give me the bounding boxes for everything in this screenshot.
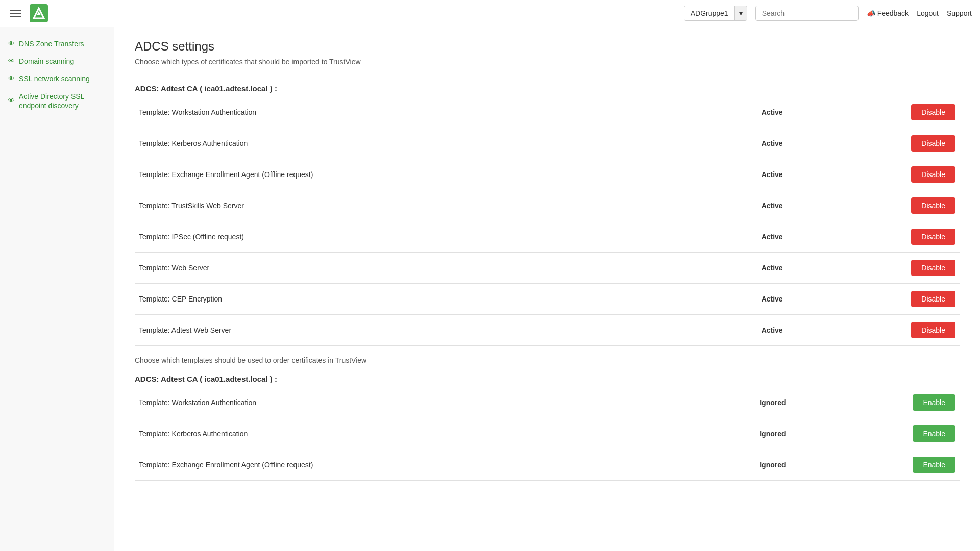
template-action-cell: Disable xyxy=(787,159,960,190)
feedback-label: Feedback xyxy=(877,9,909,17)
eye-icon: 👁 xyxy=(8,40,15,48)
disable-button[interactable]: Disable xyxy=(911,104,955,120)
org-dropdown-arrow[interactable]: ▾ xyxy=(734,6,747,20)
table-row: Template: CEP Encryption Active Disable xyxy=(135,284,960,315)
table-row: Template: TrustSkills Web Server Active … xyxy=(135,190,960,221)
page-subtitle: Choose which types of certificates that … xyxy=(135,58,960,66)
sidebar: 👁 DNS Zone Transfers 👁 Domain scanning 👁… xyxy=(0,27,114,551)
table-row: Template: Kerberos Authentication Ignore… xyxy=(135,418,960,449)
table-row: Template: Workstation Authentication Act… xyxy=(135,97,960,128)
template-name: Template: Kerberos Authentication xyxy=(135,418,686,449)
layout: 👁 DNS Zone Transfers 👁 Domain scanning 👁… xyxy=(0,27,980,551)
template-status: Active xyxy=(696,253,787,284)
disable-button[interactable]: Disable xyxy=(911,197,955,214)
template-action-cell: Enable xyxy=(790,418,960,449)
template-status: Active xyxy=(696,159,787,190)
template-action-cell: Enable xyxy=(790,387,960,418)
sidebar-item-label: SSL network scanning xyxy=(19,74,90,83)
template-action-cell: Disable xyxy=(787,221,960,253)
template-action-cell: Disable xyxy=(787,128,960,159)
eye-icon: 👁 xyxy=(8,96,15,105)
template-name: Template: Workstation Authentication xyxy=(135,387,686,418)
template-status: Active xyxy=(696,128,787,159)
template-name: Template: Kerberos Authentication xyxy=(135,128,696,159)
template-status: Ignored xyxy=(686,418,790,449)
megaphone-icon: 📣 xyxy=(867,9,875,17)
disable-button[interactable]: Disable xyxy=(911,260,955,276)
eye-icon: 👁 xyxy=(8,74,15,83)
template-name: Template: Adtest Web Server xyxy=(135,315,696,346)
logout-button[interactable]: Logout xyxy=(917,9,939,17)
sidebar-item-dns-zone-transfers[interactable]: 👁 DNS Zone Transfers xyxy=(0,35,114,53)
logo xyxy=(30,4,48,22)
template-status: Active xyxy=(696,190,787,221)
template-name: Template: IPSec (Offline request) xyxy=(135,221,696,253)
template-name: Template: TrustSkills Web Server xyxy=(135,190,696,221)
support-button[interactable]: Support xyxy=(947,9,972,17)
template-name: Template: Exchange Enrollment Agent (Off… xyxy=(135,159,696,190)
table-row: Template: Kerberos Authentication Active… xyxy=(135,128,960,159)
template-name: Template: CEP Encryption xyxy=(135,284,696,315)
section2-description: Choose which templates should be used to… xyxy=(135,356,960,364)
search-input[interactable] xyxy=(756,6,858,20)
template-action-cell: Disable xyxy=(787,97,960,128)
table-row: Template: IPSec (Offline request) Active… xyxy=(135,221,960,253)
template-status: Ignored xyxy=(686,449,790,481)
search-box xyxy=(755,6,859,21)
enable-button[interactable]: Enable xyxy=(913,457,955,473)
template-action-cell: Disable xyxy=(787,315,960,346)
table-row: Template: Exchange Enrollment Agent (Off… xyxy=(135,159,960,190)
template-action-cell: Enable xyxy=(790,449,960,481)
active-templates-table: Template: Workstation Authentication Act… xyxy=(135,97,960,346)
hamburger-button[interactable] xyxy=(8,8,23,19)
main-content: ADCS settings Choose which types of cert… xyxy=(114,27,980,551)
template-status: Active xyxy=(696,284,787,315)
org-name: ADGruppe1 xyxy=(684,6,734,20)
disable-button[interactable]: Disable xyxy=(911,166,955,183)
org-selector[interactable]: ADGruppe1 ▾ xyxy=(684,6,747,21)
table-row: Template: Exchange Enrollment Agent (Off… xyxy=(135,449,960,481)
section2-header: ADCS: Adtest CA ( ica01.adtest.local ) : xyxy=(135,368,960,387)
template-status: Active xyxy=(696,315,787,346)
table-row: Template: Adtest Web Server Active Disab… xyxy=(135,315,960,346)
header: ADGruppe1 ▾ 📣 Feedback Logout Support xyxy=(0,0,980,27)
template-name: Template: Exchange Enrollment Agent (Off… xyxy=(135,449,686,481)
template-name: Template: Workstation Authentication xyxy=(135,97,696,128)
ignored-templates-table: Template: Workstation Authentication Ign… xyxy=(135,387,960,481)
section1-header: ADCS: Adtest CA ( ica01.adtest.local ) : xyxy=(135,78,960,97)
disable-button[interactable]: Disable xyxy=(911,322,955,338)
disable-button[interactable]: Disable xyxy=(911,135,955,152)
header-left xyxy=(8,4,48,22)
page-title: ADCS settings xyxy=(135,39,960,54)
template-action-cell: Disable xyxy=(787,190,960,221)
sidebar-item-label: Active Directory SSL endpoint discovery xyxy=(19,92,106,110)
sidebar-item-label: Domain scanning xyxy=(19,57,74,66)
table-row: Template: Web Server Active Disable xyxy=(135,253,960,284)
template-name: Template: Web Server xyxy=(135,253,696,284)
template-status: Ignored xyxy=(686,387,790,418)
header-right: ADGruppe1 ▾ 📣 Feedback Logout Support xyxy=(684,6,972,21)
enable-button[interactable]: Enable xyxy=(913,425,955,442)
enable-button[interactable]: Enable xyxy=(913,394,955,411)
sidebar-item-domain-scanning[interactable]: 👁 Domain scanning xyxy=(0,53,114,70)
template-action-cell: Disable xyxy=(787,284,960,315)
disable-button[interactable]: Disable xyxy=(911,229,955,245)
template-status: Active xyxy=(696,221,787,253)
template-status: Active xyxy=(696,97,787,128)
sidebar-item-active-directory-ssl[interactable]: 👁 Active Directory SSL endpoint discover… xyxy=(0,88,114,114)
feedback-button[interactable]: 📣 Feedback xyxy=(867,9,909,17)
eye-icon: 👁 xyxy=(8,57,15,66)
sidebar-item-label: DNS Zone Transfers xyxy=(19,39,84,48)
table-row: Template: Workstation Authentication Ign… xyxy=(135,387,960,418)
sidebar-item-ssl-network-scanning[interactable]: 👁 SSL network scanning xyxy=(0,70,114,87)
disable-button[interactable]: Disable xyxy=(911,291,955,307)
template-action-cell: Disable xyxy=(787,253,960,284)
